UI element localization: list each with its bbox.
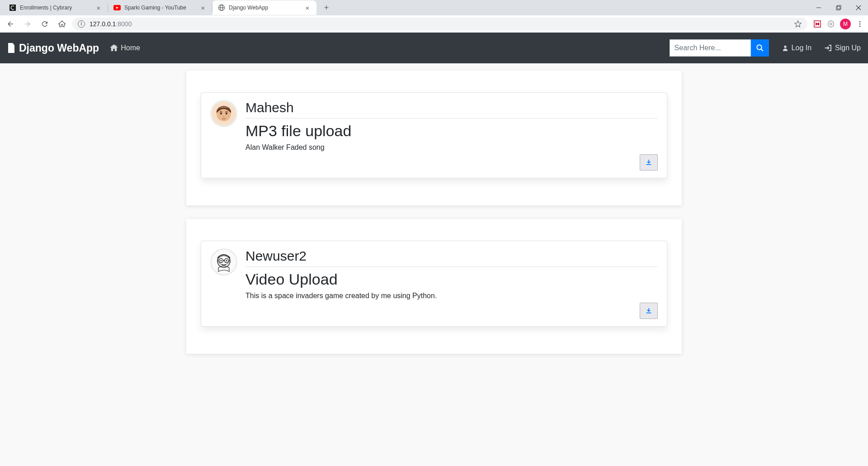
post-description: This is a space invaders game created by… [245,292,658,300]
page-body: Mahesh MP3 file upload Alan Walker Faded… [0,63,868,466]
close-icon[interactable]: × [95,4,102,11]
svg-point-28 [226,260,227,262]
profile-avatar[interactable]: M [840,19,851,29]
avatar [210,100,237,127]
search-input[interactable] [670,39,751,57]
search-icon [756,44,764,52]
post-body: Newuser2 Video Upload This is a space in… [245,248,658,319]
svg-rect-7 [837,5,841,9]
page-viewport: Django WebApp Home Log In [0,33,868,466]
post-outer-card: Mahesh MP3 file upload Alan Walker Faded… [186,71,682,205]
signin-icon [824,44,832,52]
back-button[interactable] [4,17,17,31]
login-link[interactable]: Log In [782,44,811,52]
new-tab-button[interactable]: + [320,1,333,14]
window-controls [812,0,865,15]
post-card: Newuser2 Video Upload This is a space in… [201,241,667,327]
extensions-group: M [813,19,864,29]
youtube-favicon [113,4,121,11]
search-group [670,39,769,57]
close-icon[interactable]: × [304,4,311,11]
svg-point-20 [220,113,222,114]
post-footer [245,303,658,319]
download-icon [645,307,652,314]
tab-title: Enrollments | Cybrary [20,5,91,11]
post-title: Video Upload [245,271,658,288]
home-link[interactable]: Home [110,44,140,52]
post-username: Newuser2 [245,248,658,267]
brand-link[interactable]: Django WebApp [7,42,99,54]
avatar [210,248,237,276]
svg-point-14 [859,25,861,27]
tab-strip: Enrollments | Cybrary × Sparki Gaming - … [0,0,868,15]
maximize-button[interactable] [832,1,845,14]
svg-rect-0 [9,5,16,11]
post-username: Mahesh [245,100,658,119]
close-window-button[interactable] [852,1,865,14]
brand-text: Django WebApp [19,42,99,54]
login-label: Log In [792,44,811,52]
post-footer [245,154,658,171]
svg-point-27 [221,260,222,262]
svg-point-13 [859,23,861,24]
user-icon [782,44,789,52]
svg-point-12 [859,21,861,22]
svg-point-15 [757,45,762,50]
nav-right: Log In Sign Up [670,39,861,57]
file-icon [7,43,15,53]
svg-point-21 [226,113,227,114]
address-bar[interactable]: i 127.0.0.1:8000 [72,18,807,30]
profile-initial: M [843,21,848,27]
reload-button[interactable] [38,17,52,31]
browser-toolbar: i 127.0.0.1:8000 M [0,15,868,33]
download-button[interactable] [640,303,658,319]
minimize-button[interactable] [812,1,826,14]
svg-line-16 [761,49,763,51]
close-icon[interactable]: × [199,4,207,11]
signup-label: Sign Up [835,44,861,52]
site-info-icon[interactable]: i [78,20,85,28]
tab-title: Sparki Gaming - YouTube [124,5,196,11]
browser-tab[interactable]: Enrollments | Cybrary × [4,0,108,15]
extension-icon[interactable] [826,19,835,29]
app-navbar: Django WebApp Home Log In [0,33,868,63]
svg-point-17 [784,46,786,48]
browser-chrome: Enrollments | Cybrary × Sparki Gaming - … [0,0,868,33]
cybrary-favicon [9,4,16,11]
home-label: Home [121,44,140,52]
svg-rect-6 [836,6,840,10]
home-icon [110,44,118,52]
browser-tab[interactable]: Sparki Gaming - YouTube × [108,0,212,15]
container: Mahesh MP3 file upload Alan Walker Faded… [186,63,682,458]
signup-link[interactable]: Sign Up [824,44,861,52]
svg-point-11 [830,23,832,25]
home-button[interactable] [55,17,69,31]
post-body: Mahesh MP3 file upload Alan Walker Faded… [245,100,658,171]
search-button[interactable] [751,39,769,57]
post-title: MP3 file upload [245,122,658,140]
globe-favicon [218,4,225,11]
tab-title: Django WebApp [229,5,300,11]
star-icon[interactable] [794,20,802,28]
download-button[interactable] [640,154,658,171]
post-outer-card: Newuser2 Video Upload This is a space in… [186,219,682,354]
svg-point-22 [212,250,236,274]
forward-button[interactable] [21,17,34,31]
url-text: 127.0.0.1:8000 [90,20,132,28]
mcafee-icon[interactable] [813,19,822,29]
menu-icon[interactable] [855,19,864,29]
browser-tab-active[interactable]: Django WebApp × [212,0,316,15]
post-description: Alan Walker Faded song [245,143,658,152]
post-card: Mahesh MP3 file upload Alan Walker Faded… [201,92,667,178]
download-icon [645,159,652,166]
